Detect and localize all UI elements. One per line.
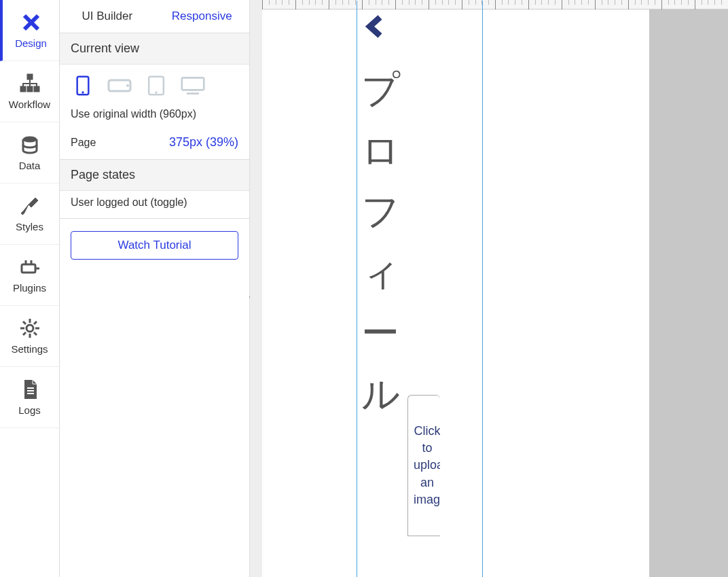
image-upload-text: Click to upload an image [414,423,440,508]
svg-rect-6 [22,264,35,273]
nav-plugins[interactable]: Plugins [0,245,59,306]
use-original-width[interactable]: Use original width (960px) [60,103,249,130]
svg-rect-0 [29,20,34,25]
svg-point-9 [81,91,84,93]
plugins-icon [19,256,41,278]
device-desktop-icon[interactable] [181,75,205,96]
nav-logs[interactable]: Logs [0,367,59,428]
workflow-icon [19,73,41,94]
data-icon [19,134,41,156]
device-phone-landscape-icon[interactable] [107,75,132,96]
svg-rect-1 [27,74,33,80]
svg-rect-3 [27,86,33,92]
nav-workflow[interactable]: Workflow [0,61,59,122]
nav-rail: Design Workflow Data Styles Plugins [0,0,60,577]
canvas-area: // ticks generated below after data load… [250,0,728,577]
current-view-header: Current view [60,33,249,65]
page-states-header: Page states [60,160,249,191]
svg-point-11 [126,84,129,87]
settings-icon [19,317,41,339]
svg-rect-4 [34,86,39,92]
nav-design[interactable]: Design [0,0,59,61]
image-upload-box[interactable]: Click to upload an image [407,395,440,536]
tab-responsive[interactable]: Responsive [155,0,250,33]
page-width-value[interactable]: 375px (39%) [169,135,238,150]
ruler: // ticks generated below after data load… [262,0,728,10]
back-chevron-icon[interactable] [363,14,387,39]
svg-rect-2 [20,86,26,92]
svg-rect-14 [182,77,204,90]
nav-settings[interactable]: Settings [0,306,59,367]
logs-icon [19,379,41,400]
svg-point-5 [23,137,37,142]
watch-tutorial-button[interactable]: Watch Tutorial [71,231,238,260]
nav-data[interactable]: Data [0,122,59,183]
page-width-label: Page [71,137,96,149]
canvas-grey-area [649,10,728,577]
responsive-panel: UI Builder Responsive Current view Use o… [60,0,250,577]
panel-tabs: UI Builder Responsive [60,0,249,33]
styles-icon [19,195,41,217]
nav-styles[interactable]: Styles [0,183,59,245]
device-phone-portrait-icon[interactable] [71,75,95,96]
design-icon [20,12,42,33]
profile-title: プロフィール [361,59,399,425]
phone-preview-frame: プロフィール Click to upload an image [357,1,483,577]
tab-ui-builder[interactable]: UI Builder [60,0,155,33]
svg-point-13 [155,91,157,93]
svg-point-7 [26,325,33,332]
state-user-logged-out[interactable]: User logged out (toggle) [60,191,249,218]
device-tablet-icon[interactable] [144,75,168,96]
